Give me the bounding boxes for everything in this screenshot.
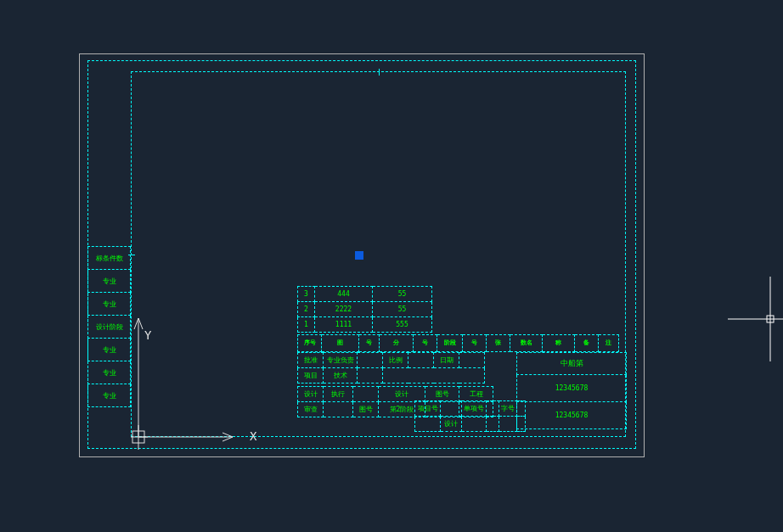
cell: 注 [599,335,619,352]
cell: 标条件数 [88,247,131,270]
cell: 序号 [298,335,322,352]
cell: 图号 [425,387,459,402]
cell: 技术 [324,368,358,384]
table-row: 设计执行设计图号工程 [298,387,493,402]
table-row: 批准专业负责比例日期 [298,353,485,368]
cell: 55 [373,287,432,302]
cell [358,353,383,368]
cell: 分 [380,335,414,352]
selection-grip[interactable] [355,251,363,260]
table-row: 中船第 [517,353,627,375]
cell: 字号 [499,401,517,417]
cell [353,387,379,402]
cell: 数名 [510,335,543,352]
cell: 阶段 [437,335,463,352]
table-row: 11111555 [298,317,432,333]
cell [415,417,441,432]
table-row: 项目技术 [298,368,485,384]
cell: 中船第 [517,353,627,375]
revision-table: 标条件数专业专业设计阶段专业专业专业 [87,246,131,407]
svg-rect-11 [767,316,774,322]
cell [487,417,499,432]
table-row: 12345678 [517,375,627,402]
cell: 批准 [298,353,324,368]
cell [459,353,485,368]
cell: 1111 [315,317,373,333]
cell: 2 [298,302,315,317]
table-row: 专业 [88,384,131,407]
cell [499,417,517,432]
cell: 日期 [434,353,459,368]
cell: 称 [543,335,575,352]
table-row: 项目号单项号字号 [415,401,526,417]
cell: 3 [298,287,315,302]
cell: 图号 [353,402,379,417]
cell: 号 [463,335,487,352]
crosshair-cursor [728,277,783,361]
cell: 项目 [298,368,324,384]
cell: 专业 [88,293,131,316]
cell: 审查 [298,402,324,417]
table-row: 专业 [88,361,131,384]
table-row: 2222255 [298,302,432,317]
cell: 555 [373,317,432,333]
cell: 备 [575,335,599,352]
cell [324,402,353,417]
drawing-canvas[interactable]: 标条件数专业专业设计阶段专业专业专业 344455222225511111555… [0,0,783,532]
table-row: 12345678 [517,402,627,429]
title-block: 中船第1234567812345678 [516,352,627,429]
drawing-list-header: 序号图号分号阶段号张数名称备注 [297,334,619,352]
cell: 专业 [88,270,131,293]
table-row: 标条件数 [88,247,131,270]
cell: 设计阶段 [88,316,131,339]
cell: 号 [359,335,380,352]
cell: 设计 [298,387,324,402]
approval-block: 批准专业负责比例日期项目技术 [297,352,485,384]
cell: 号 [414,335,437,352]
cell: 专业 [88,361,131,384]
cell: 12345678 [517,375,627,402]
table-row: 设计 [415,417,526,432]
cell: 专业 [88,384,131,407]
table-row: 设计阶段 [88,316,131,339]
cell: 55 [373,302,432,317]
cell: 单项号 [462,401,487,417]
cell: 项目号 [415,401,441,417]
cell: 执行 [324,387,353,402]
cell [408,353,434,368]
cell [462,417,487,432]
cell [358,368,383,384]
cell: 图 [322,335,359,352]
cell [487,401,499,417]
cell: 1 [298,317,315,333]
cell [441,401,462,417]
cell: 专业 [88,339,131,361]
cell: 比例 [383,353,408,368]
cell: 12345678 [517,402,627,429]
table-row: 专业 [88,270,131,293]
table-row: 专业 [88,293,131,316]
cell: 设计 [379,387,425,402]
cell: 工程 [459,387,493,402]
table-row: 344455 [298,287,432,302]
drawing-list-rows: 344455222225511111555 [297,286,432,333]
cell: 2222 [315,302,373,317]
cell: 444 [315,287,373,302]
cell [383,368,485,384]
cell: 张 [487,335,510,352]
project-number-block: 项目号单项号字号设计 [414,400,526,432]
cell: 设计 [441,417,462,432]
cell: 专业负责 [324,353,358,368]
table-row: 专业 [88,339,131,361]
table-row: 序号图号分号阶段号张数名称备注 [298,335,619,352]
